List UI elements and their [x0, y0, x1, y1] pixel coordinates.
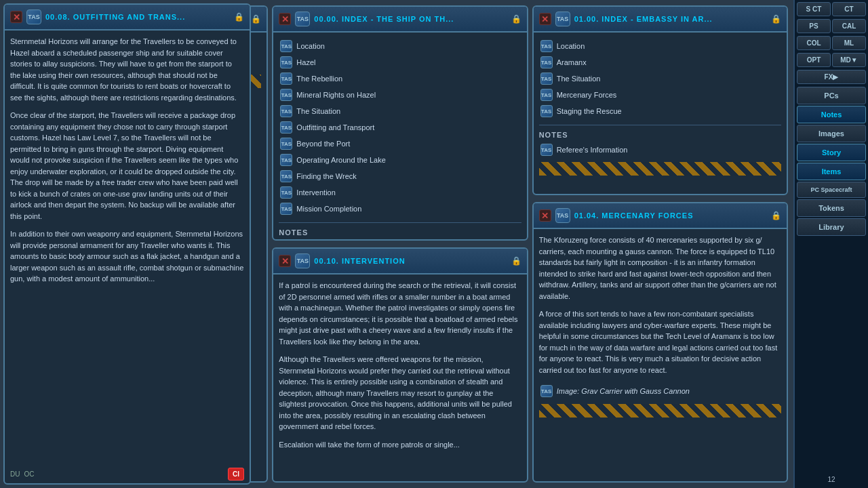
- index-item-location[interactable]: TAS Location: [279, 38, 521, 54]
- page-number: 12: [797, 473, 866, 486]
- card-ship-header: ✕ TAS 00.00. INDEX - THE SHIP ON TH... 🔒: [273, 7, 526, 33]
- index-icon-hazel: TAS: [280, 56, 292, 68]
- warning-stripe-3: [539, 162, 781, 176]
- items-btn[interactable]: Items: [797, 163, 866, 180]
- index-text-location: Location: [296, 42, 325, 50]
- sidebar-top-row-1: S CT CT: [797, 2, 866, 16]
- index-text-intervention: Intervention: [296, 188, 335, 197]
- md-btn[interactable]: MD▼: [832, 53, 866, 67]
- embassy-text-staging: Staging the Rescue: [557, 107, 622, 115]
- index-item-situation[interactable]: TAS The Situation: [279, 103, 521, 119]
- embassy-icon-location: TAS: [540, 40, 553, 52]
- embassy-item-location[interactable]: TAS Location: [539, 38, 781, 54]
- pc-spacecraft-btn[interactable]: PC Spacecraft: [797, 182, 866, 198]
- index-icon-mineral: TAS: [280, 89, 292, 101]
- embassy-notes-label: NOTES: [539, 131, 781, 139]
- fx-btn[interactable]: FX▶: [797, 70, 866, 84]
- mercenary-para-1: The Kforuzeng force consists of 40 merce…: [539, 235, 781, 302]
- cal-btn[interactable]: CAL: [832, 19, 866, 33]
- notes-btn[interactable]: Notes: [797, 106, 866, 123]
- index-text-beyond: Beyond the Port: [296, 140, 350, 148]
- index-item-intervention[interactable]: TAS Intervention: [279, 184, 521, 201]
- ml-btn[interactable]: ML: [832, 36, 866, 50]
- embassy-icon-referee: TAS: [540, 144, 553, 156]
- card-embassy-title: 01.00. INDEX - EMBASSY IN AR...: [574, 15, 713, 23]
- outfitting-para-1: Sternmetal Horizons will arrange for the…: [10, 36, 244, 103]
- index-text-mission: Mission Completion: [296, 205, 361, 213]
- tokens-btn[interactable]: Tokens: [797, 199, 866, 217]
- card-intervention-close[interactable]: ✕: [279, 255, 291, 267]
- index-item-beyond-port[interactable]: TAS Beyond the Port: [279, 136, 521, 152]
- mercenary-image-icon: TAS: [540, 385, 553, 397]
- card-intervention-title: 00.10. INTERVENTION: [314, 257, 405, 265]
- index-text-mineral: Mineral Rights on Hazel: [296, 91, 376, 99]
- embassy-item-aramanx[interactable]: TAS Aramanx: [539, 54, 781, 70]
- card-outfitting-body: Sternmetal Horizons will arrange for the…: [5, 30, 250, 465]
- notes-section-label: NOTES: [279, 228, 521, 237]
- sct-btn[interactable]: S CT: [797, 2, 831, 16]
- index-icon-rebellion: TAS: [280, 73, 292, 85]
- embassy-item-situation[interactable]: TAS The Situation: [539, 70, 781, 87]
- embassy-item-mercenary[interactable]: TAS Mercenary Forces: [539, 87, 781, 103]
- card-embassy-lock: 🔒: [771, 14, 781, 24]
- index-icon-mission: TAS: [280, 203, 292, 215]
- embassy-icon-mercenary: TAS: [540, 89, 553, 101]
- card-ship-title: 00.00. INDEX - THE SHIP ON TH...: [314, 15, 454, 23]
- index-item-mission[interactable]: TAS Mission Completion: [279, 201, 521, 217]
- card-mercenary: ✕ TAS 01.04. MERCENARY FORCES 🔒 The Kfor…: [532, 202, 788, 483]
- index-item-rebellion[interactable]: TAS The Rebellion: [279, 70, 521, 87]
- card-mercenary-title: 01.04. MERCENARY FORCES: [574, 211, 694, 220]
- card-mercenary-close[interactable]: ✕: [539, 209, 551, 222]
- card-outfitting-icon: TAS: [26, 9, 41, 24]
- index-icon-outfitting: TAS: [280, 121, 292, 134]
- card-embassy-close[interactable]: ✕: [539, 13, 551, 25]
- images-btn[interactable]: Images: [797, 125, 866, 142]
- index-text-wreck: Finding the Wreck: [296, 172, 356, 180]
- embassy-icon-aramanx: TAS: [540, 56, 553, 68]
- right-sidebar: S CT CT PS CAL COL ML OPT MD▼ FX▶ PCs No…: [793, 0, 868, 488]
- card-outfitting-header: ✕ TAS 00.08. OUTFITTING AND TRANS... 🔒: [5, 5, 250, 30]
- outfitting-para-3: In addition to their own weaponry and eq…: [10, 228, 244, 285]
- intervention-para-3: Escalation will take the form of more pa…: [279, 439, 521, 451]
- index-item-outfitting[interactable]: TAS Outfitting and Transport: [279, 119, 521, 136]
- card-ship-lock: 🔒: [511, 14, 521, 24]
- mercenary-image-item: TAS Image: Grav Carrier with Gauss Canno…: [539, 382, 781, 400]
- library-btn[interactable]: Library: [797, 218, 866, 236]
- story-btn[interactable]: Story: [797, 144, 866, 161]
- card-embassy-icon: TAS: [555, 12, 570, 26]
- opt-btn[interactable]: OPT: [797, 53, 831, 67]
- pcs-btn[interactable]: PCs: [797, 87, 866, 104]
- embassy-icon-staging: TAS: [540, 105, 553, 117]
- index-item-operating[interactable]: TAS Operating Around the Lake: [279, 152, 521, 168]
- embassy-text-referee: Referee's Information: [557, 146, 628, 154]
- intervention-para-1: If a patrol is encountered during the se…: [279, 280, 521, 347]
- card-outfitting-lock: 🔒: [234, 12, 244, 22]
- ps-btn[interactable]: PS: [797, 19, 831, 33]
- col-btn[interactable]: COL: [797, 36, 831, 50]
- index-item-hazel[interactable]: TAS Hazel: [279, 54, 521, 70]
- card-mercenary-lock: 🔒: [771, 211, 781, 220]
- index-icon-wreck: TAS: [280, 170, 292, 182]
- sidebar-top-row-3: COL ML: [797, 36, 866, 50]
- index-text-hazel: Hazel: [296, 58, 315, 66]
- embassy-text-aramanx: Aramanx: [557, 58, 587, 66]
- warning-stripe-4: [539, 404, 781, 418]
- embassy-item-referee[interactable]: TAS Referee's Information: [539, 142, 781, 158]
- index-icon-location: TAS: [280, 40, 292, 52]
- index-text-situation: The Situation: [296, 107, 340, 115]
- embassy-item-staging[interactable]: TAS Staging the Rescue: [539, 103, 781, 119]
- card-embassy-header: ✕ TAS 01.00. INDEX - EMBASSY IN AR... 🔒: [534, 7, 787, 33]
- ct-btn[interactable]: CT: [832, 2, 866, 16]
- index-icon-intervention: TAS: [280, 186, 292, 199]
- red-action-btn[interactable]: Cl: [228, 468, 244, 481]
- index-icon-beyond: TAS: [280, 138, 292, 150]
- index-item-mineral-rights[interactable]: TAS Mineral Rights on Hazel: [279, 87, 521, 103]
- card-ship-close[interactable]: ✕: [279, 13, 291, 25]
- card-outfitting-close[interactable]: ✕: [10, 11, 22, 23]
- index-item-wreck[interactable]: TAS Finding the Wreck: [279, 168, 521, 184]
- card-ship-icon: TAS: [295, 12, 310, 26]
- index-icon-situation: TAS: [280, 105, 292, 117]
- divider-1: [279, 222, 521, 223]
- card-lock-icon: 🔒: [251, 14, 261, 24]
- outfitting-para-2: Once clear of the starport, the Travelle…: [10, 110, 244, 222]
